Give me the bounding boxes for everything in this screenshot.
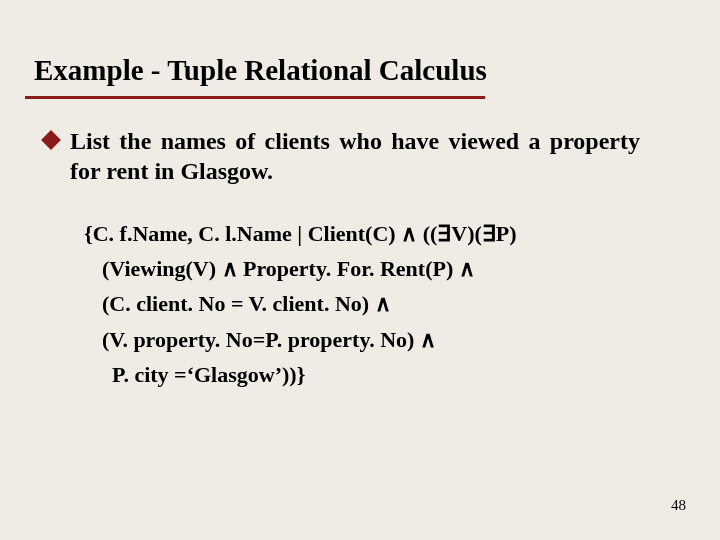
title-underline <box>25 96 485 99</box>
formula-line-3: (C. client. No = V. client. No) ∧ <box>84 286 644 321</box>
formula-line-2: (Viewing(V) ∧ Property. For. Rent(P) ∧ <box>84 251 644 286</box>
bullet-text: List the names of clients who have viewe… <box>70 126 640 186</box>
diamond-bullet-icon <box>41 130 61 150</box>
formula-line-4: (V. property. No=P. property. No) ∧ <box>84 322 644 357</box>
page-number: 48 <box>671 497 686 514</box>
bullet-item: List the names of clients who have viewe… <box>70 126 640 186</box>
formula-block: {C. f.Name, C. l.Name | Client(C) ∧ ((∃V… <box>84 216 644 392</box>
slide-title: Example - Tuple Relational Calculus <box>34 54 487 87</box>
slide: Example - Tuple Relational Calculus List… <box>0 0 720 540</box>
formula-line-1: {C. f.Name, C. l.Name | Client(C) ∧ ((∃V… <box>84 216 644 251</box>
formula-line-5: P. city =‘Glasgow’))} <box>84 357 644 392</box>
